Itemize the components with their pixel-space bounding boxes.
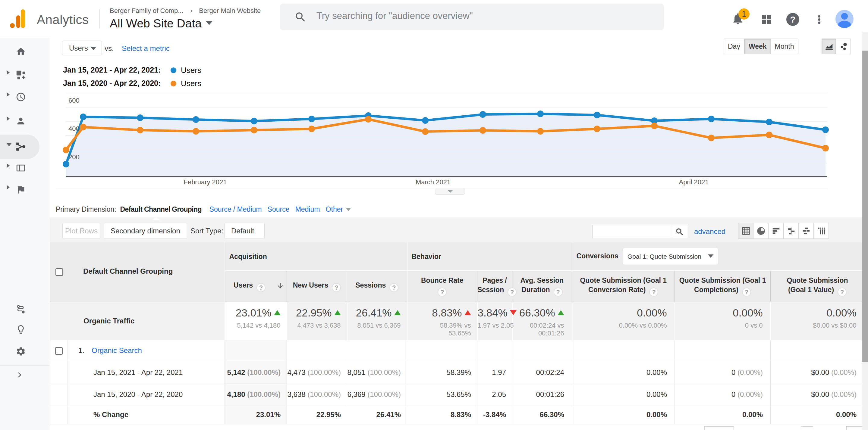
svg-text:April 2021: April 2021	[679, 178, 709, 186]
svg-text:March 2021: March 2021	[415, 178, 451, 186]
svg-text:600: 600	[68, 97, 80, 104]
svg-text:200: 200	[68, 153, 80, 161]
svg-text:400: 400	[68, 125, 80, 132]
svg-text:February 2021: February 2021	[184, 178, 227, 186]
